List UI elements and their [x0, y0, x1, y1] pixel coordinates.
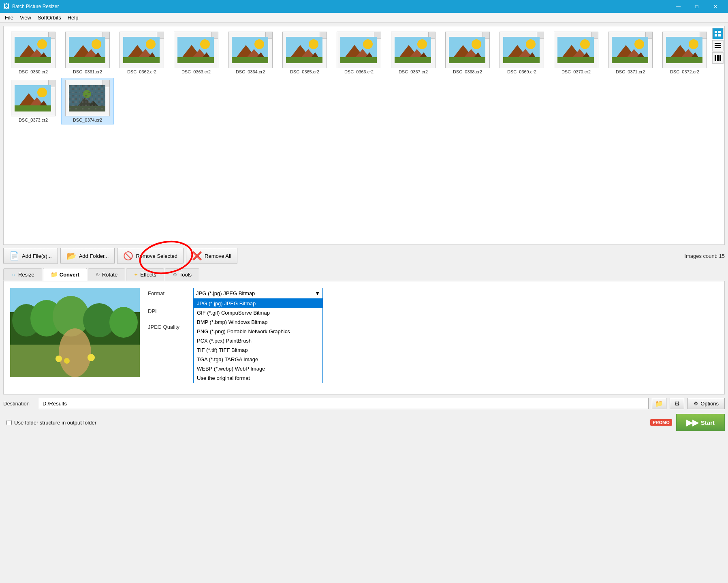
svg-point-7	[92, 39, 101, 49]
file-item[interactable]: DSC_0367.cr2	[387, 30, 440, 76]
file-item[interactable]: DSC_0374.cr2	[61, 78, 114, 124]
format-dropdown-selected[interactable]: JPG (*.jpg) JPEG Bitmap ▼	[193, 288, 323, 298]
file-item[interactable]: DSC_0370.cr2	[550, 30, 602, 76]
svg-rect-189	[718, 34, 721, 36]
destination-input[interactable]	[39, 398, 649, 409]
promo-badge: PROMO	[650, 419, 672, 426]
file-item[interactable]: DSC_0373.cr2	[7, 78, 60, 124]
file-item[interactable]: DSC_0361.cr2	[61, 30, 114, 76]
svg-rect-172	[101, 92, 103, 93]
svg-rect-5	[15, 57, 51, 63]
svg-rect-17	[123, 57, 160, 63]
settings-button[interactable]: ⚙	[670, 398, 684, 409]
file-item[interactable]: DSC_0369.cr2	[495, 30, 548, 76]
close-button[interactable]: ✕	[706, 0, 725, 13]
file-item[interactable]: DSC_0362.cr2	[115, 30, 168, 76]
destination-label: Destination	[3, 401, 36, 407]
tab-rotate[interactable]: ↻ Rotate	[88, 268, 125, 281]
dropdown-option[interactable]: BMP (*.bmp) Windows Bitmap	[194, 317, 322, 327]
dropdown-option[interactable]: Use the original format	[194, 373, 322, 383]
dropdown-option[interactable]: PCX (*.pcx) PaintBrush	[194, 336, 322, 345]
menu-view[interactable]: View	[17, 14, 34, 21]
file-name: DSC_0372.cr2	[670, 69, 699, 74]
add-files-button[interactable]: 📄 Add File(s)...	[3, 248, 58, 264]
svg-rect-195	[719, 55, 721, 57]
file-item[interactable]: DSC_0366.cr2	[333, 30, 385, 76]
menu-softorbits[interactable]: SoftOrbits	[34, 14, 64, 21]
file-item[interactable]: DSC_0371.cr2	[604, 30, 657, 76]
file-name: DSC_0373.cr2	[19, 118, 48, 122]
tab-tools[interactable]: ⚙ Tools	[165, 268, 199, 281]
svg-rect-167	[98, 101, 100, 103]
dropdown-arrow-icon: ▼	[315, 290, 320, 296]
file-item[interactable]: DSC_0360.cr2	[7, 30, 60, 76]
start-button[interactable]: ▶▶ Start	[676, 414, 725, 431]
file-thumbnail	[662, 32, 707, 68]
destination-browse-button[interactable]: 📁	[652, 398, 666, 409]
remove-all-button[interactable]: ❌ Remove All	[186, 248, 237, 264]
add-folder-button[interactable]: 📂 Add Folder...	[60, 248, 115, 264]
svg-rect-179	[105, 88, 105, 90]
svg-rect-47	[395, 57, 431, 63]
svg-rect-196	[715, 57, 716, 59]
svg-rect-193	[715, 55, 716, 57]
svg-rect-131	[85, 88, 87, 90]
dropdown-option[interactable]: TIF (*.tif) TIFF Bitmap	[194, 345, 322, 355]
dropdown-option[interactable]: PNG (*.png) Portable Network Graphics	[194, 327, 322, 336]
menu-help[interactable]: Help	[64, 14, 82, 21]
dropdown-option[interactable]: WEBP (*.webp) WebP Image	[194, 364, 322, 373]
file-name: DSC_0366.cr2	[344, 69, 374, 74]
titlebar: 🖼 Batch Picture Resizer — □ ✕	[0, 0, 728, 13]
tab-effects[interactable]: ✦ Effects	[126, 268, 164, 281]
remove-selected-button[interactable]: 🚫 Remove Selected	[117, 248, 184, 264]
dropdown-option[interactable]: TGA (*.tga) TARGA Image	[194, 355, 322, 364]
svg-point-210	[59, 328, 91, 377]
svg-rect-159	[95, 101, 96, 103]
tab-resize[interactable]: ↔ Resize	[3, 268, 42, 281]
file-item[interactable]: DSC_0365.cr2	[278, 30, 331, 76]
add-files-icon: 📄	[9, 251, 19, 261]
jpeg-quality-label: JPEG Quality	[148, 324, 188, 330]
dropdown-option[interactable]: JPG (*.jpg) JPEG Bitmap	[194, 299, 322, 308]
svg-rect-140	[88, 92, 90, 93]
large-icon-view-btn[interactable]	[712, 28, 724, 39]
svg-rect-190	[715, 43, 721, 44]
svg-point-67	[634, 39, 644, 49]
svg-rect-149	[92, 95, 93, 96]
dropdown-option[interactable]: GIF (*.gif) CompuServe Bitmap	[194, 308, 322, 317]
menu-file[interactable]: File	[2, 14, 17, 21]
file-item[interactable]: DSC_0368.cr2	[441, 30, 494, 76]
svg-rect-127	[82, 101, 83, 103]
file-name: DSC_0363.cr2	[181, 69, 211, 74]
minimize-button[interactable]: —	[669, 0, 687, 13]
format-row: Format JPG (*.jpg) JPEG Bitmap ▼ JPG (*.…	[148, 288, 718, 298]
file-item[interactable]: DSC_0363.cr2	[170, 30, 222, 76]
svg-rect-124	[82, 92, 83, 93]
svg-rect-121	[79, 108, 80, 109]
svg-rect-154	[95, 85, 96, 87]
tabs-area: ↔ Resize 📁 Convert ↻ Rotate ✦ Effects ⚙ …	[0, 266, 728, 281]
file-name: DSC_0370.cr2	[561, 69, 591, 74]
format-dropdown-list[interactable]: JPG (*.jpg) JPEG BitmapGIF (*.gif) Compu…	[193, 298, 323, 383]
folder-structure-checkbox[interactable]	[6, 420, 12, 425]
svg-rect-91	[69, 88, 70, 90]
svg-rect-98	[72, 85, 74, 87]
svg-rect-105	[72, 108, 74, 109]
maximize-button[interactable]: □	[687, 0, 706, 13]
list-view-btn[interactable]	[712, 40, 724, 51]
options-gear-icon: ⚙	[694, 401, 698, 407]
svg-rect-173	[101, 95, 103, 96]
tab-convert[interactable]: 📁 Convert	[43, 268, 87, 281]
svg-rect-199	[715, 59, 716, 61]
file-item[interactable]: DSC_0364.cr2	[224, 30, 277, 76]
file-thumbnail	[120, 32, 164, 68]
grid-view-btn[interactable]	[712, 52, 724, 64]
svg-rect-126	[82, 98, 83, 100]
file-item[interactable]: DSC_0372.cr2	[658, 30, 711, 76]
svg-rect-83	[15, 105, 51, 111]
resize-tab-icon: ↔	[11, 272, 16, 278]
file-grid[interactable]: DSC_0360.cr2 DSC_0361.cr2 DSC_0362.cr2 D…	[3, 26, 725, 245]
svg-rect-157	[95, 95, 96, 96]
options-button[interactable]: ⚙ Options	[687, 398, 725, 409]
app-title: Batch Picture Resizer	[12, 4, 669, 9]
